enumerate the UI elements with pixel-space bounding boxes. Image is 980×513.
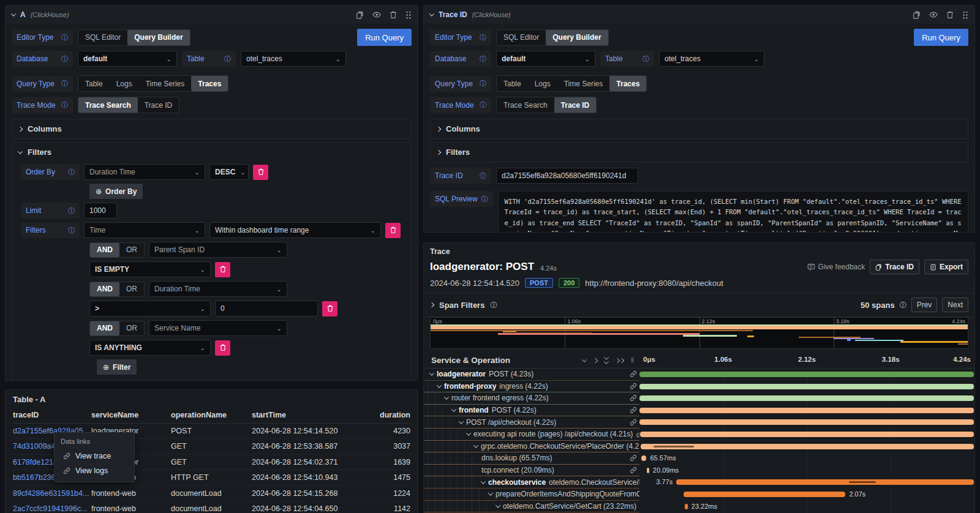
database-select[interactable]: default⌄ [496,51,595,67]
drag-handle-icon[interactable] [405,11,412,19]
or-button[interactable]: OR [119,243,144,257]
duplicate-icon[interactable] [356,11,364,19]
trace-id-copy-button[interactable]: Trace ID [870,260,919,274]
query-type-timeseries[interactable]: Time Series [557,76,610,91]
col-servicename[interactable]: serviceName [91,411,171,419]
span-collapse-icon[interactable] [429,371,434,376]
trash-icon[interactable] [946,11,954,19]
filter-field-select[interactable]: Service Name⌄ [149,320,287,336]
view-trace-link[interactable]: View trace [55,449,134,463]
span-collapse-icon[interactable] [488,491,493,496]
query-builder-button[interactable]: Query Builder [546,30,608,45]
eye-icon[interactable] [372,10,381,19]
span-row[interactable]: loadgeneratorPOST (4.23s) [424,369,974,381]
span-duration-bar[interactable] [685,504,687,509]
span-row[interactable]: POST /api/checkout (4.22s) [424,416,974,429]
run-query-button[interactable]: Run Query [357,29,412,46]
limit-input[interactable]: 1000 [84,203,117,219]
span-link-icon[interactable] [630,370,637,378]
filters-section[interactable]: Filters [430,142,968,162]
trace-id-link[interactable]: 2ac7ccfc91941996c... [13,504,91,513]
panel-header-trace-id[interactable]: Trace ID (ClickHouse) [424,6,974,24]
remove-filter-button[interactable] [385,223,401,238]
export-button[interactable]: Export [924,260,968,274]
span-duration-bar[interactable] [641,444,974,449]
panel-collapse-icon[interactable] [11,11,16,16]
remove-filter-button[interactable] [322,301,337,316]
query-type-table[interactable]: Table [78,76,110,91]
trace-search-button[interactable]: Trace Search [78,97,138,113]
add-filter-button[interactable]: ⊕Filter [97,359,137,375]
query-type-logs[interactable]: Logs [528,76,557,91]
col-duration[interactable]: duration [367,411,410,419]
duplicate-icon[interactable] [913,11,921,19]
remove-order-by-button[interactable] [253,165,268,180]
query-type-timeseries[interactable]: Time Series [139,76,192,91]
span-collapse-icon[interactable] [444,395,449,400]
trace-search-button[interactable]: Trace Search [497,97,554,113]
span-duration-bar[interactable] [639,395,974,401]
sql-editor-button[interactable]: SQL Editor [497,30,546,45]
drag-handle-icon[interactable] [962,11,968,19]
filter-field-select[interactable]: Parent Span ID⌄ [149,242,287,258]
panel-collapse-icon[interactable] [429,11,434,16]
or-button[interactable]: OR [119,321,144,335]
filters-section-header[interactable]: Filters [18,148,405,157]
span-link-icon[interactable] [630,383,637,390]
filter-op-select[interactable]: IS EMPTY⌄ [89,261,211,277]
query-type-traces[interactable]: Traces [609,76,646,91]
trace-id-input[interactable]: d2a7155ef6a928a05680e5ff6190241d [496,168,638,184]
eye-icon[interactable] [929,10,938,19]
query-type-logs[interactable]: Logs [110,76,139,91]
col-traceid[interactable]: traceID [13,411,91,419]
collapse-one-icon[interactable] [582,357,587,362]
filter-time-range-select[interactable]: Within dashboard time range⌄ [209,222,381,238]
collapse-all-icon[interactable] [605,356,608,364]
span-duration-bar[interactable] [684,492,845,497]
table-select[interactable]: otel_traces⌄ [659,51,764,67]
order-by-select[interactable]: Duration Time⌄ [84,164,205,180]
span-collapse-icon[interactable] [459,419,464,424]
span-duration-bar[interactable] [639,408,974,413]
span-row[interactable]: grpc.oteldemo.CheckoutService/PlaceOrder… [424,441,974,453]
span-collapse-icon[interactable] [451,406,456,411]
panel-header-a[interactable]: A (ClickHouse) [6,6,418,24]
span-collapse-icon[interactable] [496,503,500,507]
trace-id-link[interactable]: 89cf4286e631591b4... [13,489,91,498]
and-button[interactable]: AND [90,321,119,335]
col-operationname[interactable]: operationName [171,411,252,419]
filter-field-select[interactable]: Time⌄ [84,222,205,238]
span-row[interactable]: dns.lookup (65.57ms)65.57ms [424,452,974,465]
span-link-icon[interactable] [630,406,637,414]
next-button[interactable]: Next [942,298,968,312]
span-collapse-icon[interactable] [437,383,442,388]
filter-op-select[interactable]: >⌄ [89,301,211,316]
or-button[interactable]: OR [119,282,144,296]
span-duration-bar[interactable] [640,432,974,437]
and-button[interactable]: AND [90,243,119,257]
trace-id-button[interactable]: Trace ID [138,97,179,113]
filter-field-select[interactable]: Duration Time⌄ [149,281,287,297]
columns-section[interactable]: Columns [12,119,412,139]
span-row[interactable]: prepareOrderItemsAndShippingQuoteFromCar… [424,489,974,501]
filter-value-input[interactable]: 0 [215,301,318,316]
trace-id-button[interactable]: Trace ID [554,97,597,113]
column-resize-handle[interactable]: ‖ [631,357,635,364]
span-duration-bar[interactable] [639,419,974,425]
span-row[interactable]: oteldemo.CartService/GetCart (23.22ms)23… [424,501,974,513]
span-duration-bar[interactable] [639,372,974,377]
filter-op-select[interactable]: IS ANYTHING⌄ [89,340,211,356]
span-row[interactable]: checkoutserviceoteldemo.CheckoutService/… [424,476,974,489]
span-duration-bar[interactable] [647,468,649,473]
query-type-table[interactable]: Table [497,76,528,91]
chevron-right-icon[interactable] [429,302,434,307]
span-link-icon[interactable] [630,466,637,474]
span-row[interactable]: frontend-proxyingress (4.22s) [424,381,974,393]
query-type-traces[interactable]: Traces [191,76,228,91]
expand-one-icon[interactable] [593,358,598,362]
sql-editor-button[interactable]: SQL Editor [78,30,127,45]
database-select[interactable]: default⌄ [78,51,177,67]
span-row[interactable]: tcp.connect (20.09ms)20.09ms [424,465,974,477]
col-starttime[interactable]: startTime [252,411,367,419]
span-row[interactable]: executing api route (pages) /api/checkou… [424,429,974,441]
